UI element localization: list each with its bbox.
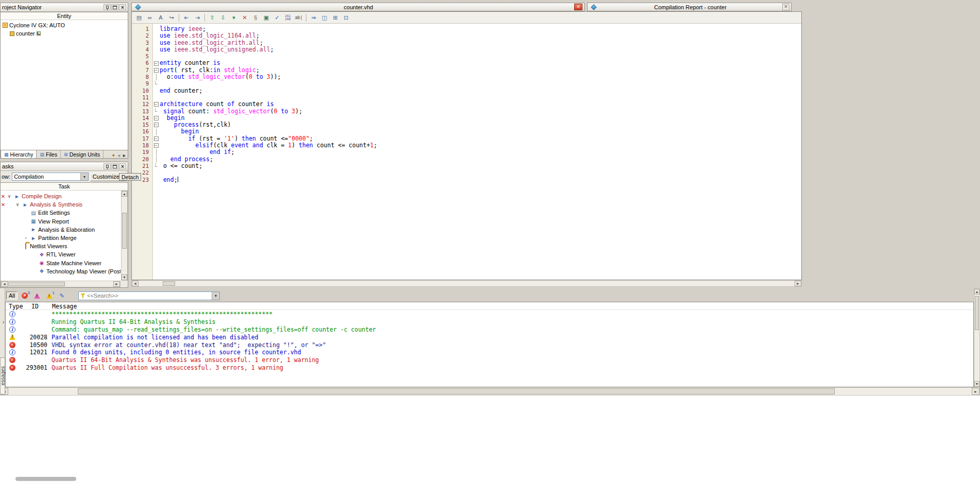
comment-icon[interactable]: ⇧ xyxy=(207,13,217,23)
tab-design-units[interactable]: ⊞Design Units xyxy=(61,150,104,158)
code-line[interactable]: 18− elsif(clk event and clk = 1) then co… xyxy=(132,142,801,149)
pin-button[interactable] xyxy=(104,163,111,169)
scroll-down-button[interactable]: ▼ xyxy=(122,274,127,280)
whitespace-icon[interactable]: ab| xyxy=(294,13,304,23)
window-split-icon[interactable]: ◫ xyxy=(319,13,330,23)
code-line[interactable]: 20 end process; xyxy=(132,156,801,163)
find-replace-icon[interactable]: A xyxy=(156,13,166,23)
column-id[interactable]: ID xyxy=(31,303,39,310)
scrollbar-thumb[interactable] xyxy=(8,282,65,286)
message-row[interactable]: ✕293001Quartus II Full Compilation was u… xyxy=(0,364,969,372)
uncomment-icon[interactable]: ⇩ xyxy=(218,13,228,23)
code-line[interactable]: 23 end; xyxy=(132,177,801,183)
fold-collapse-icon[interactable]: − xyxy=(154,136,159,141)
report-window-titlebar[interactable]: Compilation Report - counter ✕ xyxy=(587,3,792,11)
scroll-right-button[interactable]: ► xyxy=(113,281,120,287)
code-line[interactable]: 12−architecture count of counter is xyxy=(132,101,801,108)
scroll-up-button[interactable]: ▲ xyxy=(974,289,979,295)
message-row[interactable]: 20028Parallel compilation is not license… xyxy=(0,333,969,341)
tab-scroll-left-icon[interactable]: ◄ xyxy=(116,153,121,158)
code-line[interactable]: 14− begin xyxy=(132,115,801,122)
message-row[interactable]: i12021Found 0 design units, including 0 … xyxy=(0,349,969,356)
insert-template-icon[interactable]: § xyxy=(250,13,261,23)
project-navigator-titlebar[interactable]: roject Navigator × xyxy=(1,3,128,12)
fold-collapse-icon[interactable]: − xyxy=(154,143,159,148)
editor-horizontal-scrollbar[interactable]: ◄ ► xyxy=(131,280,802,287)
code-line[interactable]: 7−port( rst, clk:in std_logic; xyxy=(132,67,801,74)
column-type[interactable]: Type xyxy=(9,303,23,310)
float-button[interactable] xyxy=(111,4,118,10)
task-column-header[interactable]: Task xyxy=(1,183,128,191)
task-row[interactable]: ►Analysis & Elaboration xyxy=(1,226,121,234)
combo-dropdown-arrow[interactable]: ▼ xyxy=(80,173,88,180)
entity-tree-item[interactable]: Cyclone IV GX: AUTO xyxy=(1,21,128,29)
filter-errors-button[interactable]: ✕ 3 xyxy=(20,291,30,300)
close-report-button[interactable]: ✕ xyxy=(782,4,789,10)
task-row[interactable]: ✕∨►Compile Design xyxy=(1,192,121,200)
indent-icon[interactable]: ⇥ xyxy=(192,13,202,23)
messages-horizontal-scrollbar[interactable]: ◄ ► xyxy=(0,387,980,395)
code-line[interactable]: 2use ieee.std_logic_1164.all; xyxy=(132,32,801,39)
messages-vertical-scrollbar[interactable]: ▲ ▼ xyxy=(974,288,980,387)
task-row[interactable]: ✕∨►Analysis & Synthesis xyxy=(1,200,121,209)
fold-collapse-icon[interactable]: − xyxy=(154,116,159,120)
code-line[interactable]: 16 begin xyxy=(132,128,801,135)
tasks-vertical-scrollbar[interactable]: ▲ ▼ xyxy=(121,191,128,281)
fold-collapse-icon[interactable]: − xyxy=(154,68,159,73)
code-line[interactable]: 10end counter; xyxy=(132,88,801,94)
task-row[interactable]: ◉State Machine Viewer xyxy=(1,259,121,267)
column-message[interactable]: Message xyxy=(52,303,77,310)
filter-critical-warnings-button[interactable] xyxy=(32,291,42,300)
scroll-left-button[interactable]: ◄ xyxy=(132,281,139,286)
task-row[interactable]: ❖RTL Viewer xyxy=(1,250,121,259)
scroll-down-button[interactable]: ▼ xyxy=(974,381,979,387)
messages-side-tab[interactable]: essages xyxy=(0,357,5,394)
message-search-combobox[interactable]: <<Search>> ▼ xyxy=(78,291,220,300)
code-editor[interactable]: 1library ieee;2use ieee.std_logic_1164.a… xyxy=(132,24,801,280)
code-line[interactable]: 4use ieee.std_logic_unsigned.all; xyxy=(132,46,801,53)
task-row[interactable]: ▦View Report xyxy=(1,217,121,226)
code-line[interactable]: 1library ieee; xyxy=(132,26,801,32)
find-icon[interactable]: ∞ xyxy=(145,13,155,23)
goto-line-icon[interactable]: ↪ xyxy=(166,13,177,23)
code-line[interactable]: 22 xyxy=(132,169,801,176)
check-syntax-icon[interactable]: ✓ xyxy=(272,13,282,23)
file-icon[interactable]: ▤ xyxy=(134,13,144,23)
code-line[interactable]: 13 signal count: std_logic_vector(0 to 3… xyxy=(132,108,801,115)
expander-icon[interactable]: › xyxy=(22,235,29,240)
tab-files[interactable]: ▤Files xyxy=(37,150,61,158)
expander-icon[interactable]: ∨ xyxy=(6,194,13,199)
pin-button[interactable] xyxy=(104,4,111,10)
close-panel-button[interactable]: × xyxy=(119,163,126,169)
close-panel-button[interactable]: × xyxy=(119,4,126,10)
bookmark-delete-icon[interactable]: ✕ xyxy=(239,13,250,23)
line-count-icon[interactable]: 261268 xyxy=(283,13,293,23)
tasks-titlebar[interactable]: asks × xyxy=(1,162,128,171)
message-row[interactable]: iCommand: quartus_map --read_settings_fi… xyxy=(0,326,969,334)
window-full-icon[interactable]: ⊡ xyxy=(341,13,351,23)
code-line[interactable]: 21 o <= count; xyxy=(132,163,801,169)
code-line[interactable]: 15− process(rst,clk) xyxy=(132,122,801,128)
scrollbar-thumb[interactable] xyxy=(163,281,175,286)
scrollbar-thumb[interactable] xyxy=(78,388,835,394)
scroll-right-button[interactable]: ► xyxy=(972,388,979,395)
fold-collapse-icon[interactable]: − xyxy=(154,102,159,107)
code-line[interactable]: 11 xyxy=(132,94,801,101)
expand-arrow-icon[interactable]: › xyxy=(0,319,7,325)
filter-all-button[interactable]: All xyxy=(6,291,18,300)
code-line[interactable]: 6−entity counter is xyxy=(132,60,801,66)
code-line[interactable]: 5 xyxy=(132,53,801,60)
close-editor-button[interactable]: ✕ xyxy=(574,4,582,10)
code-line[interactable]: 3use ieee.std_logic_arith.all; xyxy=(132,40,801,46)
fold-collapse-icon[interactable]: − xyxy=(154,61,159,66)
code-line[interactable]: 17− if (rst = '1') then count <="0000"; xyxy=(132,135,801,142)
outdent-icon[interactable]: ⇤ xyxy=(181,13,192,23)
window-frames-icon[interactable]: ⊞ xyxy=(330,13,340,23)
message-row[interactable]: i***************************************… xyxy=(0,311,969,318)
editor-window-titlebar[interactable]: counter.vhd ✕ xyxy=(131,3,584,11)
task-row[interactable]: ›►Partition Merge xyxy=(1,234,121,242)
scroll-right-button[interactable]: ► xyxy=(795,281,801,286)
code-line[interactable]: 8 o:out std_logic_vector(0 to 3)); xyxy=(132,74,801,80)
tab-scroll-right-icon[interactable]: ► xyxy=(122,153,127,158)
filter-flagged-button[interactable]: ✎ xyxy=(57,291,67,300)
